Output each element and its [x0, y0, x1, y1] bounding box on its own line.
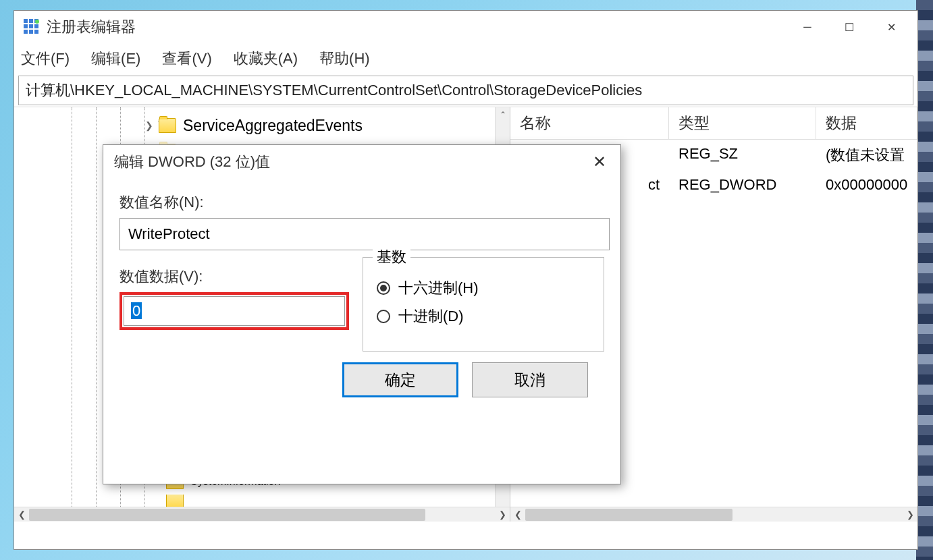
radio-decimal[interactable]: 十进制(D) [377, 306, 590, 327]
svg-rect-3 [24, 24, 28, 28]
cancel-button[interactable]: 取消 [472, 362, 588, 397]
cell-data: 0x00000000 [816, 173, 917, 196]
radix-legend: 基数 [373, 247, 410, 267]
radio-label: 十六进制(H) [398, 278, 479, 298]
tree-scrollbar-horizontal[interactable]: ❮ ❯ [14, 507, 510, 522]
dialog-body: 数值名称(N): WriteProtect 数值数据(V): 0 基数 十六进制… [103, 179, 620, 411]
column-header-name[interactable]: 名称 [510, 107, 669, 139]
window-title: 注册表编辑器 [47, 17, 787, 37]
dialog-title-bar: 编辑 DWORD (32 位)值 ✕ [103, 145, 620, 179]
menu-file[interactable]: 文件(F) [21, 49, 70, 69]
address-bar[interactable]: 计算机\HKEY_LOCAL_MACHINE\SYSTEM\CurrentCon… [18, 76, 913, 105]
maximize-button[interactable]: ☐ [828, 13, 870, 40]
menu-edit[interactable]: 编辑(E) [91, 49, 140, 69]
cell-data: (数值未设置 [816, 142, 917, 168]
menu-view[interactable]: 查看(V) [162, 49, 211, 69]
name-label: 数值名称(N): [119, 192, 604, 213]
radix-section: 基数 十六进制(H) 十进制(D) [363, 267, 604, 352]
svg-rect-6 [24, 30, 28, 34]
dialog-row: 数值数据(V): 0 基数 十六进制(H) 十进制(D) [119, 267, 604, 352]
radio-hexadecimal[interactable]: 十六进制(H) [377, 278, 590, 298]
edit-dword-dialog: 编辑 DWORD (32 位)值 ✕ 数值名称(N): WriteProtect… [103, 144, 621, 484]
list-header: 名称 类型 数据 [510, 107, 917, 140]
app-icon [24, 19, 40, 35]
tree-item-partial[interactable] [14, 495, 495, 507]
svg-rect-4 [29, 24, 33, 28]
folder-icon [159, 118, 176, 133]
value-name-input[interactable]: WriteProtect [119, 218, 610, 250]
radio-icon [377, 281, 390, 295]
title-bar: 注册表编辑器 ─ ☐ ✕ [14, 11, 917, 43]
scroll-left-icon[interactable]: ❮ [510, 507, 525, 522]
scroll-left-icon[interactable]: ❮ [14, 507, 29, 522]
svg-rect-1 [29, 19, 33, 23]
scroll-right-icon[interactable]: ❯ [495, 507, 510, 522]
background-decoration [916, 0, 933, 560]
svg-rect-7 [29, 30, 33, 34]
ok-button[interactable]: 确定 [342, 362, 458, 397]
scroll-thumb[interactable] [29, 509, 425, 521]
radix-fieldset: 基数 十六进制(H) 十进制(D) [363, 257, 604, 352]
chevron-right-icon[interactable]: ❯ [142, 120, 156, 131]
close-button[interactable]: ✕ [870, 13, 912, 40]
svg-rect-8 [34, 30, 38, 34]
scroll-right-icon[interactable]: ❯ [903, 507, 917, 522]
tree-item-label: ServiceAggregatedEvents [183, 117, 363, 135]
radio-icon [377, 310, 390, 323]
scroll-up-icon[interactable]: ⌃ [496, 107, 510, 122]
data-label: 数值数据(V): [119, 267, 349, 287]
folder-icon [166, 495, 184, 507]
svg-point-9 [35, 20, 39, 24]
svg-rect-5 [34, 24, 38, 28]
column-header-type[interactable]: 类型 [669, 107, 816, 139]
tree-item[interactable]: ❯ ServiceAggregatedEvents [14, 113, 510, 138]
menu-help[interactable]: 帮助(H) [319, 49, 370, 69]
scroll-thumb[interactable] [525, 509, 732, 521]
scroll-track[interactable] [525, 507, 903, 522]
scroll-track[interactable] [29, 507, 495, 522]
menu-favorites[interactable]: 收藏夹(A) [234, 49, 298, 69]
window-controls: ─ ☐ ✕ [787, 13, 912, 40]
value-data-highlight: 0 [119, 292, 349, 330]
dialog-title: 编辑 DWORD (32 位)值 [114, 152, 270, 172]
radio-label: 十进制(D) [398, 306, 464, 327]
cell-type: REG_DWORD [669, 173, 816, 196]
menu-bar: 文件(F) 编辑(E) 查看(V) 收藏夹(A) 帮助(H) [14, 43, 917, 74]
value-data-input[interactable]: 0 [124, 296, 345, 326]
list-scrollbar-horizontal[interactable]: ❮ ❯ [510, 507, 917, 522]
minimize-button[interactable]: ─ [787, 13, 828, 40]
value-data-section: 数值数据(V): 0 [119, 267, 349, 352]
dialog-buttons: 确定 取消 [119, 352, 604, 397]
cell-type: REG_SZ [669, 142, 816, 168]
close-icon[interactable]: ✕ [589, 152, 610, 171]
column-header-data[interactable]: 数据 [816, 107, 917, 139]
svg-rect-0 [24, 19, 28, 23]
